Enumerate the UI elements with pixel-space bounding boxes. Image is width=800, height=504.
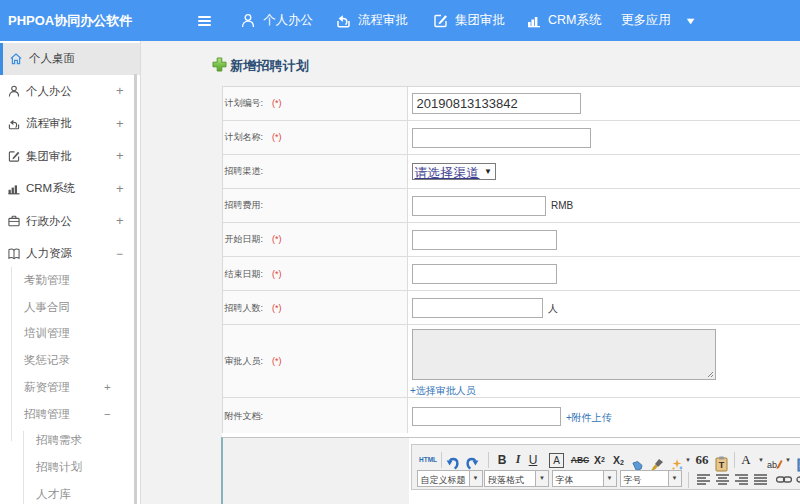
- svg-text:T: T: [719, 460, 725, 470]
- svg-text:ab: ab: [767, 460, 777, 470]
